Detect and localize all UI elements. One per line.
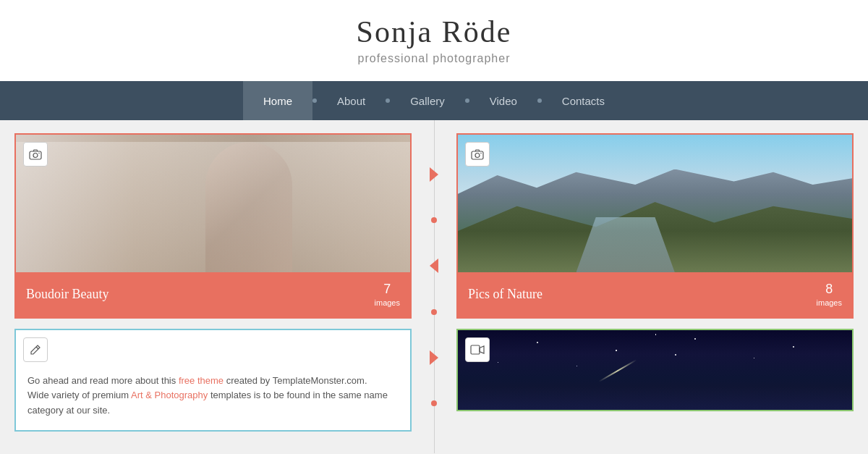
- main-nav: Home About Gallery Video Contacts: [0, 81, 868, 120]
- camera-icon-2: [465, 142, 490, 167]
- night-card[interactable]: [456, 329, 854, 411]
- arrow-right-1: [430, 167, 438, 182]
- nav-item-video[interactable]: Video: [469, 81, 537, 120]
- site-subtitle: professional photographer: [0, 52, 868, 65]
- svg-rect-0: [30, 151, 41, 159]
- page-header: Sonja Röde professional photographer: [0, 0, 868, 81]
- svg-rect-3: [472, 151, 483, 159]
- svg-rect-6: [471, 345, 480, 354]
- nature-count: 8 images: [817, 281, 842, 308]
- text-part1: Go ahead and read more about this: [27, 375, 179, 386]
- boudoir-count: 7 images: [375, 281, 400, 308]
- text-card: Go ahead and read more about this free t…: [14, 329, 412, 432]
- boudoir-image: [16, 135, 410, 272]
- svg-point-4: [475, 153, 480, 157]
- arrow-right-2: [430, 350, 438, 365]
- night-image: [458, 330, 852, 410]
- boudoir-card-footer: Boudoir Beauty 7 images: [16, 272, 410, 317]
- left-column: Boudoir Beauty 7 images Go ahead and rea…: [0, 120, 426, 453]
- boudoir-title: Boudoir Beauty: [26, 287, 109, 302]
- site-title: Sonja Röde: [0, 14, 868, 49]
- main-content: Boudoir Beauty 7 images Go ahead and rea…: [0, 120, 868, 453]
- right-column: Pics of Nature 8 images: [442, 120, 868, 453]
- nature-card[interactable]: Pics of Nature 8 images: [456, 133, 854, 319]
- text-part2: created by TemplateMonster.com.: [224, 375, 367, 386]
- svg-point-5: [480, 152, 482, 154]
- nature-card-footer: Pics of Nature 8 images: [458, 272, 852, 317]
- text-card-body: Go ahead and read more about this free t…: [27, 374, 399, 419]
- text-part3: Wide variety of premium: [27, 390, 131, 400]
- pencil-icon: [23, 337, 48, 362]
- center-divider: [426, 120, 442, 453]
- video-icon: [465, 337, 490, 362]
- nav-item-contacts[interactable]: Contacts: [542, 81, 625, 120]
- nature-title: Pics of Nature: [468, 287, 542, 302]
- nav-item-gallery[interactable]: Gallery: [390, 81, 465, 120]
- art-photography-link[interactable]: Art & Photography: [131, 390, 208, 400]
- svg-point-1: [33, 153, 38, 157]
- arrow-left-1: [430, 258, 438, 273]
- svg-point-2: [38, 152, 40, 154]
- dot-center-3: [431, 400, 437, 406]
- dot-center-1: [431, 217, 437, 223]
- boudoir-card[interactable]: Boudoir Beauty 7 images: [14, 133, 412, 319]
- camera-icon-1: [23, 142, 48, 167]
- dot-center-2: [431, 309, 437, 315]
- free-theme-link[interactable]: free theme: [179, 375, 224, 386]
- nature-image: [458, 135, 852, 272]
- nav-item-home[interactable]: Home: [243, 81, 312, 120]
- nav-item-about[interactable]: About: [317, 81, 386, 120]
